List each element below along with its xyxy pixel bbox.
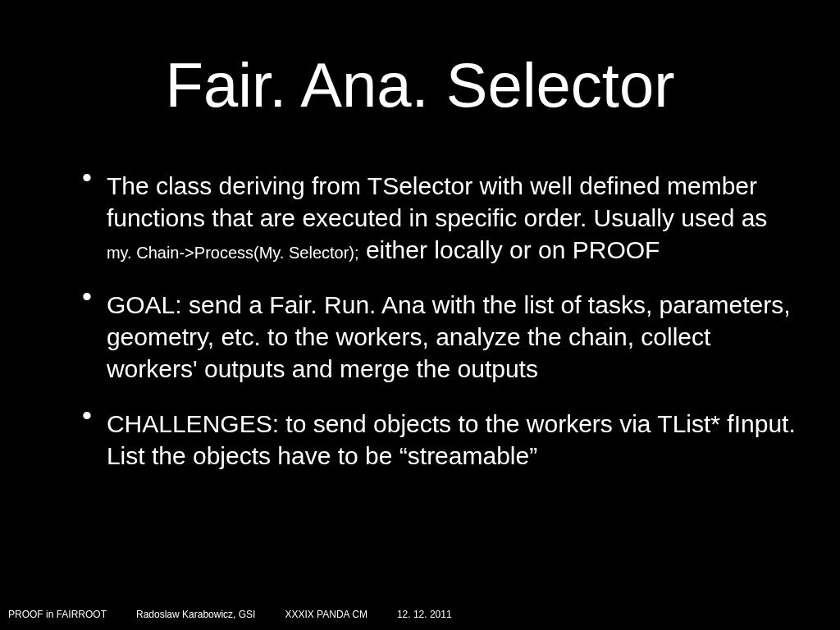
bullet-item: • The class deriving from TSelector with… bbox=[82, 170, 799, 266]
footer-author: Radoslaw Karabowicz, GSI bbox=[136, 609, 255, 620]
slide: Fair. Ana. Selector • The class deriving… bbox=[0, 0, 840, 630]
bullet-text-before: CHALLENGES: to send objects to the worke… bbox=[107, 410, 796, 469]
slide-title: Fair. Ana. Selector bbox=[41, 49, 799, 121]
bullet-item: • GOAL: send a Fair. Run. Ana with the l… bbox=[82, 289, 799, 385]
bullet-icon: • bbox=[82, 405, 92, 472]
bullet-text-after: either locally or on PROOF bbox=[359, 236, 660, 263]
footer: PROOF in FAIRROOT Radoslaw Karabowicz, G… bbox=[8, 609, 452, 620]
footer-left: PROOF in FAIRROOT bbox=[8, 609, 107, 620]
bullet-text-before: The class deriving from TSelector with w… bbox=[107, 172, 767, 231]
footer-event: XXXIX PANDA CM bbox=[285, 609, 367, 620]
bullet-text: CHALLENGES: to send objects to the worke… bbox=[107, 408, 799, 472]
slide-content: • The class deriving from TSelector with… bbox=[41, 170, 799, 472]
bullet-text: The class deriving from TSelector with w… bbox=[107, 170, 799, 266]
bullet-text-before: GOAL: send a Fair. Run. Ana with the lis… bbox=[107, 291, 791, 382]
bullet-icon: • bbox=[82, 286, 92, 385]
bullet-code: my. Chain->Process(My. Selector); bbox=[107, 244, 359, 262]
bullet-text: GOAL: send a Fair. Run. Ana with the lis… bbox=[107, 289, 799, 385]
bullet-item: • CHALLENGES: to send objects to the wor… bbox=[82, 408, 799, 472]
footer-date: 12. 12. 2011 bbox=[397, 609, 452, 620]
bullet-icon: • bbox=[82, 167, 92, 266]
